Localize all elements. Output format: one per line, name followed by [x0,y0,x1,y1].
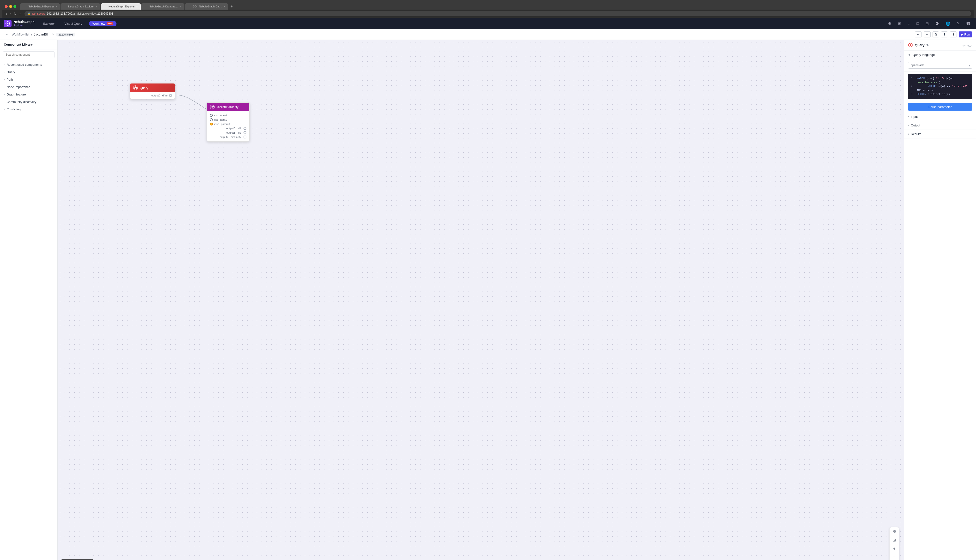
main-layout: Component Library › Recent used componen… [0,40,976,560]
zoom-out-button[interactable]: − [891,553,898,560]
nav-icon-3[interactable]: ↓ [906,20,911,27]
svg-point-12 [894,540,895,540]
nav-icon-6[interactable]: ⚉ [934,20,940,27]
forward-button[interactable]: › [9,11,12,16]
workflow-canvas[interactable]: Query output0 id(m) JaccardSimilarity [58,40,904,560]
browser-tab-3[interactable]: NebulaGraph Explorer × [101,3,141,10]
add-tab-button[interactable]: + [229,3,236,10]
input-section[interactable]: › Input [904,113,976,121]
jaccard-out1-port-label: id2 [237,131,241,134]
browser-tab-5[interactable]: GO - NebulaGraph Datab... × [185,3,228,10]
sidebar-item-graph-feature[interactable]: › Graph feature [0,91,57,98]
nav-icon-1[interactable]: ⚙ [886,20,892,27]
jaccard-output-similarity: output2 similarity [210,135,246,139]
query-language-header[interactable]: ▼ Query language [904,51,976,59]
traffic-lights[interactable] [5,5,16,8]
query-node-header: Query [130,83,175,92]
sidebar-item-clustering[interactable]: › Clustering [0,105,57,113]
tab-close-2[interactable]: × [96,5,97,8]
fit-view-button[interactable] [891,528,898,536]
browser-tab-4[interactable]: NebulaGraph Database M... × [141,3,184,10]
code-line-1: 1 MATCH (n)-[ *1..5 ]-(m: nova_instance … [911,77,969,85]
output-chevron-icon: › [908,124,909,127]
nav-icon-9[interactable]: ☎ [964,20,972,27]
nav-visual-query[interactable]: Visual Query [62,20,85,27]
nav-icon-4[interactable]: □ [915,20,920,27]
tab-label-4: NebulaGraph Database M... [149,5,179,8]
sidebar-item-query[interactable]: › Query [0,68,57,76]
jaccard-ids2-port[interactable] [210,123,213,125]
panel-edit-icon[interactable]: ✎ [926,43,929,47]
jaccard-dst-port[interactable] [210,118,213,121]
query-language-section: ▼ Query language openstack ▾ [904,51,976,72]
minimize-traffic-light[interactable] [9,5,12,8]
code-button[interactable]: {} [933,32,939,37]
jaccard-out2-port[interactable] [244,135,246,138]
url-bar[interactable]: 🔒 Not Secure 192.168.8.131:7002/analytic… [25,11,971,16]
query-node[interactable]: Query output0 id(m) [130,83,175,99]
sidebar-item-node-importance[interactable]: › Node importance [0,83,57,91]
parse-parameter-button[interactable]: Parse parameter [908,103,972,111]
sidebar-item-recent-used[interactable]: › Recent used components [0,61,57,68]
output-section-label: Output [911,123,920,127]
sidebar-item-label: Clustering [7,107,53,111]
close-traffic-light[interactable] [5,5,8,8]
browser-tab-1[interactable]: NebulaGraph Explorer × [20,3,60,10]
jaccard-node[interactable]: JaccardSimilarity src input0 dst input1 … [207,102,250,142]
workflow-id-badge: 2120545301 [57,33,75,37]
nav-icon-2[interactable]: ⊞ [896,20,902,27]
svg-point-3 [135,87,136,88]
center-button[interactable] [891,537,898,544]
tab-close-3[interactable]: × [136,5,138,8]
browser-tab-2[interactable]: NebulaGraph Explorer × [60,3,100,10]
app-navigation: NebulaGraph Explorer Explorer Visual Que… [0,18,976,29]
refresh-button[interactable]: ↻ [13,11,18,16]
sidebar-item-label: Recent used components [7,63,53,67]
security-label: Not Secure [32,12,45,15]
maximize-traffic-light[interactable] [13,5,16,8]
nav-icon-7[interactable]: 🌐 [944,20,952,27]
jaccard-out1-port[interactable] [244,131,246,134]
query-output-port[interactable] [169,94,172,97]
connector-lines [58,40,904,560]
undo-button[interactable]: ↩ [915,32,922,37]
sidebar-item-label: Query [7,70,53,74]
nav-workflow[interactable]: Workflow Beta [89,21,117,27]
edit-workflow-name-icon[interactable]: ✎ [52,33,55,36]
nav-icon-8[interactable]: ? [956,20,961,27]
back-button[interactable]: ← [4,32,10,37]
sidebar-item-community-discovery[interactable]: › Community discovery [0,98,57,105]
tab-close-4[interactable]: × [180,5,181,8]
code-editor[interactable]: 1 MATCH (n)-[ *1..5 ]-(m: nova_instance … [908,74,972,99]
tab-close-1[interactable]: × [55,5,57,8]
home-button[interactable]: ⌂ [18,11,22,16]
tab-favicon-5 [188,5,191,8]
jaccard-out0-label: output0 [226,127,236,130]
right-panel-title: Query ✎ [908,43,929,48]
run-button[interactable]: ▶ Run [959,32,972,37]
browser-chrome: NebulaGraph Explorer × NebulaGraph Explo… [0,0,976,18]
language-select[interactable]: openstack [908,62,972,68]
jaccard-output-id1: output0 id1 [210,126,246,130]
import-button[interactable]: ⬇ [941,32,948,37]
redo-button[interactable]: ↪ [924,32,931,37]
nav-buttons: ‹ › ↻ ⌂ [5,11,23,16]
search-component-input[interactable] [3,51,55,58]
jaccard-out2-label: output2 [220,135,229,138]
breadcrumb-list-link[interactable]: Workflow list [12,33,29,36]
jaccard-out0-port[interactable] [244,127,246,130]
jaccard-out1-label: output1 [226,131,236,134]
output-section[interactable]: › Output [904,121,976,130]
nav-icon-5[interactable]: ⊟ [924,20,930,27]
sidebar-title: Component Library [0,40,57,50]
results-section[interactable]: › Results [904,130,976,138]
code-content-1: MATCH (n)-[ *1..5 ]-(m: nova_instance ) [917,77,969,85]
jaccard-src-port[interactable] [210,114,213,117]
zoom-in-button[interactable]: + [891,545,898,552]
workflow-label: Workflow [92,22,105,25]
back-button[interactable]: ‹ [5,11,8,16]
export-button[interactable]: ⬆ [950,32,957,37]
tab-close-5[interactable]: × [224,5,225,8]
sidebar-item-path[interactable]: › Path [0,76,57,83]
nav-explorer[interactable]: Explorer [40,20,58,27]
